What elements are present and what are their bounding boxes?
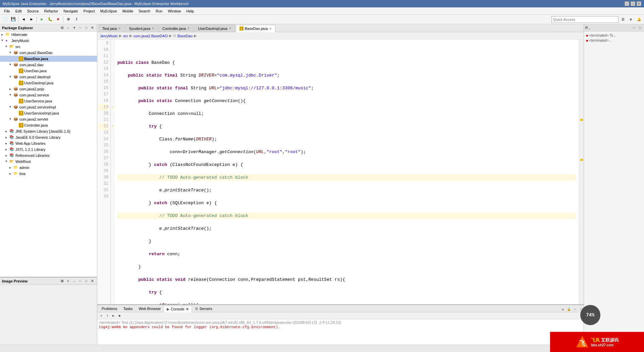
img-zoom-in[interactable]: + bbox=[65, 278, 71, 284]
bc-jerrymusic[interactable]: JerryMusic bbox=[100, 34, 118, 38]
link-with-editor-icon[interactable]: ↔ bbox=[65, 25, 71, 31]
close-panel-icon[interactable]: ✕ bbox=[90, 25, 95, 31]
tab-console[interactable]: ▶ Console ✕ bbox=[164, 306, 192, 312]
tree-item-hibernate[interactable]: ▶ 📁 Hibernate bbox=[0, 32, 97, 38]
tree-item-jre-lib[interactable]: ▶ 📚 JRE System Library [JavaSE-1.6] bbox=[0, 128, 97, 134]
forward-button[interactable]: ▶ bbox=[28, 16, 35, 23]
tab-servers[interactable]: ⚙ Servers bbox=[192, 305, 215, 312]
back-button[interactable]: ◀ bbox=[20, 16, 27, 23]
tree-item-servlet-pkg[interactable]: ▼ 📦 com.java2.servlet bbox=[0, 116, 97, 122]
tab-syudent-java[interactable]: Syudent.java ✕ bbox=[125, 25, 158, 32]
menu-window[interactable]: Window bbox=[165, 8, 183, 14]
img-zoom-out[interactable]: - bbox=[71, 278, 77, 284]
collapse-all-icon[interactable]: ⊟ bbox=[59, 25, 65, 31]
tab-basedao-java[interactable]: J BaseDao.java ✕ bbox=[236, 25, 276, 32]
bc-class[interactable]: ⊙ bbox=[173, 34, 176, 38]
tree-item-service-pkg[interactable]: ▼ 📦 com.java2.service bbox=[0, 92, 97, 98]
stop-button[interactable]: ■ bbox=[54, 16, 62, 23]
tree-item-webapp-lib[interactable]: ▶ 📚 Web App Libraries bbox=[0, 140, 97, 146]
console-btn-3[interactable]: ▶ bbox=[111, 313, 116, 318]
tab-close-syudent[interactable]: ✕ bbox=[152, 27, 154, 30]
tab-problems[interactable]: Problems bbox=[99, 305, 120, 312]
tree-item-userdaoimpl-java[interactable]: ▶ J UserDaoImpl.java bbox=[0, 80, 97, 86]
console-btn-2[interactable]: ⬇ bbox=[105, 313, 110, 318]
menu-refactor[interactable]: Refactor bbox=[42, 8, 61, 14]
menu-mobile[interactable]: Mobile bbox=[120, 8, 136, 14]
toolbar-icon-1[interactable]: ☰ bbox=[619, 16, 627, 23]
img-zoom-fit[interactable]: ⊞ bbox=[59, 278, 65, 284]
tree-item-dao-pkg[interactable]: ▼ 📦 com.java2.dao bbox=[0, 62, 97, 68]
tab-controller-java[interactable]: Controller.java ✕ bbox=[159, 25, 194, 32]
tree-item-pojo-pkg[interactable]: ▶ 📦 com.java2.pojo bbox=[0, 86, 97, 92]
menu-edit[interactable]: Edit bbox=[13, 8, 24, 14]
tree-item-referenced-lib[interactable]: ▶ 📚 Referenced Libraries bbox=[0, 152, 97, 159]
tab-close-userdaoimpl[interactable]: ✕ bbox=[229, 27, 231, 30]
img-maximize[interactable]: □ bbox=[84, 278, 89, 284]
tree-item-basedao-pkg[interactable]: ▼ 📦 com.java2.BaseDao bbox=[0, 50, 97, 56]
maximize-button[interactable]: □ bbox=[631, 1, 635, 6]
tree-item-javaee-lib[interactable]: ▶ 📚 JavaEE 6.0 Generic Library bbox=[0, 134, 97, 140]
menu-source[interactable]: Source bbox=[24, 8, 42, 14]
tree-item-controller-java[interactable]: ▶ J Controller.java bbox=[0, 122, 97, 128]
menu-run[interactable]: Run bbox=[153, 8, 165, 14]
tab-web-browser[interactable]: Web Browser bbox=[136, 305, 164, 312]
tab-tasks[interactable]: Tasks bbox=[120, 305, 136, 312]
bc-package[interactable]: com.java2.BaseDAO bbox=[133, 34, 168, 38]
tab-userdaoimpl-java[interactable]: UserDaoImpl.java ✕ bbox=[194, 25, 235, 32]
tree-item-jstl-lib[interactable]: ▶ 📚 JSTL 1.2.1 Library bbox=[0, 146, 97, 152]
maximize-panel-icon[interactable]: □ bbox=[84, 25, 89, 31]
window-controls[interactable]: ─ □ ✕ bbox=[625, 1, 641, 6]
console-clear-icon[interactable]: ✕ bbox=[560, 307, 566, 312]
quick-access-input[interactable] bbox=[551, 16, 619, 23]
tree-item-userserviceimpl-java[interactable]: ▶ J UserServiceImpl.java bbox=[0, 110, 97, 116]
tab-close-basedao[interactable]: ✕ bbox=[269, 27, 272, 31]
tree-item-jerrymusic[interactable]: ▼ ◈ JerryMusic bbox=[0, 38, 97, 44]
tree-item-daoimpl-pkg[interactable]: ▼ 📦 com.java2.daoImpl bbox=[0, 74, 97, 80]
terminated-item-2[interactable]: ■ <terminated>... bbox=[585, 38, 643, 43]
far-right-maximize[interactable]: □ bbox=[637, 25, 643, 31]
view-menu-icon[interactable]: ▾ bbox=[71, 25, 77, 31]
bc-src[interactable]: src bbox=[123, 34, 128, 38]
toolbar-icon-3[interactable]: 🔔 bbox=[635, 16, 643, 23]
menu-file[interactable]: File bbox=[1, 8, 13, 14]
tree-item-userservice-java[interactable]: ▶ J UserService.java bbox=[0, 98, 97, 104]
menu-myeclipse[interactable]: MyEclipse bbox=[98, 8, 120, 14]
img-close[interactable]: ✕ bbox=[90, 278, 95, 284]
tree-label-webapp-lib: Web App Libraries bbox=[15, 141, 46, 145]
tree-item-bsa[interactable]: ▶ 📁 bsa bbox=[0, 171, 97, 177]
terminated-item-1[interactable]: ■ <terminated> Te... bbox=[585, 33, 643, 38]
tab-close-console[interactable]: ✕ bbox=[186, 307, 189, 311]
tree-item-src[interactable]: ▼ 📂 src bbox=[0, 44, 97, 50]
tree-item-basedao-java[interactable]: ▶ J BaseDao.java bbox=[0, 56, 97, 62]
menu-project[interactable]: Project bbox=[81, 8, 98, 14]
tree-item-admin[interactable]: ▶ 📁 admin bbox=[0, 165, 97, 171]
bc-basedao[interactable]: BaseDao bbox=[177, 34, 193, 38]
code-content[interactable]: public class BaseDao { public static fin… bbox=[115, 40, 579, 304]
minimize-button[interactable]: ─ bbox=[625, 1, 629, 6]
debug-button[interactable]: 🐛 bbox=[46, 16, 54, 23]
terminated-icon-1: ■ bbox=[586, 34, 588, 37]
run-button[interactable]: ▶ bbox=[38, 16, 46, 23]
close-button[interactable]: ✕ bbox=[637, 1, 641, 6]
menu-search[interactable]: Search bbox=[136, 8, 153, 14]
far-right-minimize[interactable]: ─ bbox=[631, 25, 637, 31]
tree-item-userdao-java[interactable]: ▶ J UserDao.java bbox=[0, 68, 97, 74]
tab-close-controller[interactable]: ✕ bbox=[187, 27, 190, 30]
tree-item-serviceimpl-pkg[interactable]: ▼ 📦 com.java2.serviceImpl bbox=[0, 104, 97, 110]
menu-help[interactable]: Help bbox=[184, 8, 197, 14]
new-button[interactable]: 📄 bbox=[1, 16, 9, 23]
open-perspective[interactable]: ⊞ bbox=[65, 16, 72, 23]
console-btn-4[interactable]: ■ bbox=[117, 313, 122, 318]
tab-close-test[interactable]: ✕ bbox=[118, 27, 121, 30]
minimize-panel-icon[interactable]: ─ bbox=[77, 25, 83, 31]
save-button[interactable]: 💾 bbox=[9, 16, 17, 23]
console-btn-1[interactable]: ✕ bbox=[99, 313, 104, 318]
tree-item-webroot[interactable]: ▼ 📂 WebRoot bbox=[0, 159, 97, 165]
console-scroll-lock-icon[interactable]: 🔒 bbox=[566, 307, 572, 312]
img-minimize[interactable]: ─ bbox=[77, 278, 83, 284]
toolbar-icon-2[interactable]: ⚙ bbox=[627, 16, 635, 23]
tab-test-java[interactable]: Test.java ✕ bbox=[99, 25, 124, 32]
menu-navigate[interactable]: Navigate bbox=[61, 8, 80, 14]
console-minimize-icon[interactable]: ─ bbox=[572, 307, 578, 312]
perspective-java[interactable]: J bbox=[73, 16, 80, 23]
